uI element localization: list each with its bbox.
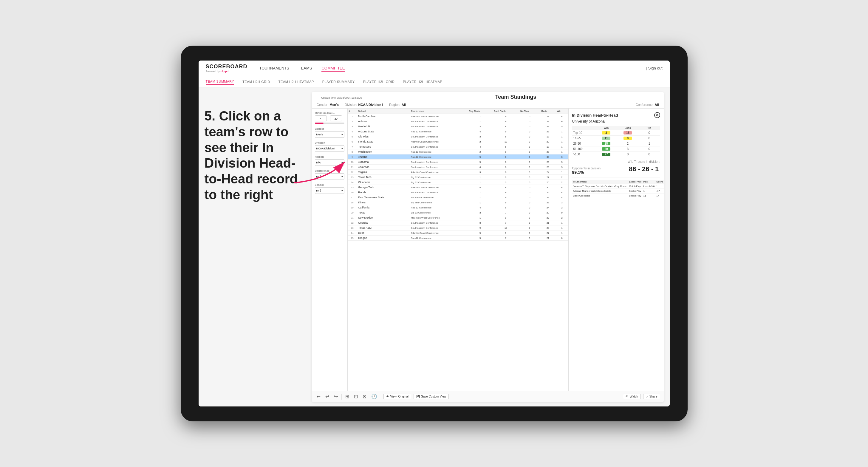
min-rou-label: Minimum Rou... [315, 112, 344, 115]
row-reg-rank: 5 [468, 236, 492, 241]
row-reg-rank: 2 [468, 149, 492, 154]
h2h-row-top10: Top 10 3 13 0 [572, 130, 660, 136]
save-icon: 💾 [416, 395, 420, 398]
table-row[interactable]: 22 Georgia Southeastern Conference 8 7 0… [348, 220, 568, 225]
watch-icon: 👁 [626, 395, 628, 398]
tab-player-h2h-grid[interactable]: PLAYER H2H GRID [363, 79, 395, 85]
row-conf: Pac-12 Conference [410, 205, 468, 210]
share-icon: ↗ [646, 395, 648, 398]
table-row[interactable]: 10 Alabama Southeastern Conference 5 8 0… [348, 160, 568, 165]
logo: SCOREBOARD Powered by clippd [206, 64, 247, 73]
school-dropdown[interactable]: (All) ▾ [315, 187, 344, 194]
row-reg-rank: 1 [468, 180, 492, 185]
row-win: 4 [556, 195, 568, 200]
tablet-device: SCOREBOARD Powered by clippd TOURNAMENTS… [181, 45, 688, 422]
table-row[interactable]: 17 East Tennessee State Southern Confere… [348, 195, 568, 200]
table-row[interactable]: 18 Illinois Big Ten Conference 1 9 0 23 … [348, 200, 568, 205]
table-row[interactable]: 19 California Pac-12 Conference 4 8 0 24… [348, 205, 568, 210]
tab-player-summary[interactable]: PLAYER SUMMARY [322, 79, 355, 85]
row-no-tour: 0 [519, 225, 540, 230]
row-no-tour: 0 [519, 236, 540, 241]
row-school: Virginia [357, 170, 410, 175]
h2h-title: In Division Head-to-Head [572, 113, 618, 118]
row-no-tour: 0 [519, 149, 540, 154]
row-school: Alabama [357, 160, 410, 165]
table-row[interactable]: 4 Arizona State Pac-12 Conference 4 9 0 … [348, 129, 568, 134]
sign-out-button[interactable]: Sign out [646, 66, 662, 70]
main-content: 5. Click on a team's row to see their In… [198, 87, 670, 406]
table-row[interactable]: 12 Virginia Atlantic Coast Conference 3 … [348, 170, 568, 175]
tool1-button[interactable]: ⊞ [344, 393, 350, 400]
row-rank: 14 [348, 180, 357, 185]
row-conf-rank: 8 [493, 149, 519, 154]
tournament-row[interactable]: Arizona Thunderbirds Intercollegiate Str… [572, 189, 664, 193]
undo2-button[interactable]: ↩ [324, 393, 330, 400]
table-row[interactable]: 24 Duke Atlantic Coast Conference 5 9 0 … [348, 230, 568, 236]
tab-player-h2h-heatmap[interactable]: PLAYER H2H HEATMAP [403, 79, 442, 85]
table-row[interactable]: 6 Florida State Atlantic Coast Conferenc… [348, 139, 568, 144]
table-row[interactable]: 25 Oregon Pac-12 Conference 5 7 0 21 0 [348, 236, 568, 241]
tournament-row[interactable]: Jackson T. Stephens Cup Men's Match-Play… [572, 184, 664, 189]
min-rou-slider[interactable] [315, 123, 344, 124]
region-dropdown[interactable]: N/A ▾ [315, 159, 344, 166]
row-conf-rank: 7 [493, 220, 519, 225]
gender-dropdown[interactable]: Men's ▾ [315, 131, 344, 138]
table-row[interactable]: 7 Tennessee Southeastern Conference 4 6 … [348, 144, 568, 149]
tournament-row[interactable]: Cabo Collegiate Stroke Play 11 17 [572, 193, 664, 198]
row-conf: Pac-12 Conference [410, 129, 468, 134]
min-rou-val1[interactable]: 4 [315, 116, 327, 121]
row-school: Georgia [357, 220, 410, 225]
table-row[interactable]: 5 Ole Miss Southeastern Conference 3 6 0… [348, 134, 568, 139]
row-rank: 10 [348, 160, 357, 165]
table-row[interactable]: 16 Florida Southeastern Conference 7 9 0… [348, 190, 568, 195]
table-row[interactable]: 1 North Carolina Atlantic Coast Conferen… [348, 114, 568, 119]
division-filter-section: Division NCAA Division I ▾ [315, 142, 344, 152]
row-conf: Atlantic Coast Conference [410, 185, 468, 190]
table-row[interactable]: 20 Texas Big 12 Conference 3 7 0 20 0 [348, 210, 568, 215]
col-rank: # [348, 108, 357, 114]
tournament-score: -17 [655, 189, 663, 193]
table-row[interactable]: 13 Texas Tech Big 12 Conference 1 9 0 27… [348, 175, 568, 180]
tab-team-h2h-heatmap[interactable]: TEAM H2H HEATMAP [279, 79, 314, 85]
table-row[interactable]: 14 Oklahoma Big 12 Conference 1 3 0 26 2 [348, 180, 568, 185]
row-rnds: 24 [540, 205, 556, 210]
row-conf: Pac-12 Conference [410, 236, 468, 241]
tool3-button[interactable]: ⊠ [362, 393, 368, 400]
row-school: Tennessee [357, 144, 410, 149]
table-row[interactable]: 23 Texas A&M Southeastern Conference 9 1… [348, 225, 568, 230]
row-reg-rank: 4 [468, 185, 492, 190]
h2h-title-row: In Division Head-to-Head ✕ [572, 112, 660, 118]
view-original-button[interactable]: 👁 View: Original [383, 394, 411, 399]
row-conf-rank: 9 [493, 114, 519, 119]
nav-committee[interactable]: COMMITTEE [321, 65, 345, 71]
table-row[interactable]: 3 Vanderbilt Southeastern Conference 2 8… [348, 124, 568, 129]
table-row[interactable]: 21 New Mexico Mountain West Conference 1… [348, 215, 568, 220]
tab-team-h2h-grid[interactable]: TEAM H2H GRID [242, 79, 270, 85]
tool2-button[interactable]: ⊡ [353, 393, 359, 400]
tab-team-summary[interactable]: TEAM SUMMARY [206, 79, 235, 85]
row-rank: 4 [348, 129, 357, 134]
table-row[interactable]: 15 Georgia Tech Atlantic Coast Conferenc… [348, 185, 568, 190]
row-school: Texas A&M [357, 225, 410, 230]
min-rou-val2[interactable]: 20 [330, 116, 342, 121]
division-dropdown[interactable]: NCAA Division I ▾ [315, 145, 344, 152]
row-win: 1 [556, 129, 568, 134]
share-button[interactable]: ↗ Share [643, 394, 660, 399]
table-row[interactable]: 2 Auburn Southeastern Conference 1 9 0 2… [348, 119, 568, 124]
row-rnds: 23 [540, 114, 556, 119]
table-row[interactable]: 11 Arkansas Southeastern Conference 6 8 … [348, 165, 568, 170]
row-conf: Big 12 Conference [410, 180, 468, 185]
table-row[interactable]: 9 Arizona Pac-12 Conference 5 8 0 30 3 [348, 154, 568, 160]
nav-teams[interactable]: TEAMS [299, 65, 312, 71]
redo-button[interactable]: ↪ [333, 393, 339, 400]
row-no-tour: 0 [519, 160, 540, 165]
row-no-tour: 0 [519, 210, 540, 215]
conference-dropdown[interactable]: (All) ▾ [315, 173, 344, 180]
h2h-close-button[interactable]: ✕ [654, 112, 660, 118]
nav-tournaments[interactable]: TOURNAMENTS [259, 65, 289, 71]
undo-button[interactable]: ↩ [315, 393, 322, 400]
save-custom-button[interactable]: 💾 Save Custom View [413, 394, 449, 399]
standings-table: # School Conference Reg Rank Conf Rank N… [348, 108, 568, 241]
table-row[interactable]: 8 Washington Pac-12 Conference 2 8 0 23 … [348, 149, 568, 154]
watch-button[interactable]: 👁 Watch [623, 394, 641, 399]
